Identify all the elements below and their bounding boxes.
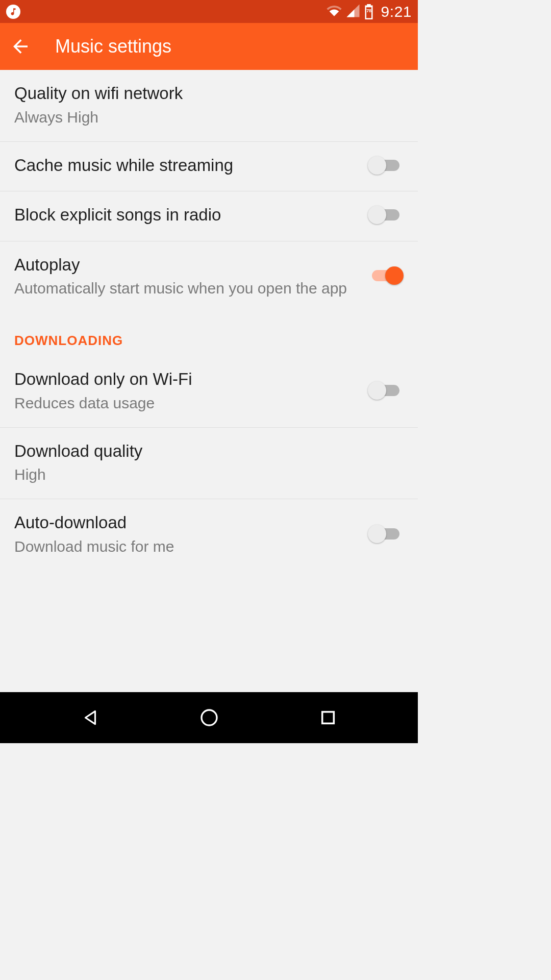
music-app-icon [6, 5, 20, 19]
setting-autoplay[interactable]: Autoplay Automatically start music when … [0, 241, 418, 313]
cell-signal-icon [345, 3, 361, 20]
setting-title: Cache music while streaming [14, 154, 358, 177]
setting-title: Download only on Wi-Fi [14, 368, 358, 391]
setting-download-wifi-only[interactable]: Download only on Wi-Fi Reduces data usag… [0, 356, 418, 428]
setting-download-quality[interactable]: Download quality High [0, 428, 418, 500]
setting-auto-download[interactable]: Auto-download Download music for me [0, 499, 418, 571]
setting-block-explicit[interactable]: Block explicit songs in radio [0, 191, 418, 241]
setting-subtitle: Download music for me [14, 536, 358, 556]
svg-rect-3 [322, 712, 334, 724]
setting-quality-wifi[interactable]: Quality on wifi network Always High [0, 70, 418, 142]
toggle-block-explicit[interactable] [368, 205, 404, 225]
wifi-icon [326, 3, 342, 21]
setting-subtitle: Automatically start music when you open … [14, 278, 358, 298]
setting-title: Auto-download [14, 511, 358, 534]
page-title: Music settings [55, 36, 171, 57]
setting-title: Block explicit songs in radio [14, 204, 358, 227]
battery-icon: 78 [364, 4, 374, 19]
svg-point-2 [202, 710, 217, 725]
nav-recent-button[interactable] [316, 705, 340, 730]
status-clock: 9:21 [381, 3, 412, 20]
setting-title: Quality on wifi network [14, 82, 393, 105]
section-header-downloading: DOWNLOADING [0, 312, 418, 356]
toggle-auto-download[interactable] [368, 524, 404, 544]
setting-title: Download quality [14, 440, 393, 463]
setting-title: Autoplay [14, 254, 358, 277]
toggle-cache-streaming[interactable] [368, 156, 404, 175]
status-bar: 78 9:21 [0, 0, 418, 23]
setting-value: High [14, 464, 393, 484]
settings-list: Quality on wifi network Always High Cach… [0, 70, 418, 692]
nav-home-button[interactable] [197, 705, 221, 730]
app-bar: Music settings [0, 23, 418, 70]
setting-value: Always High [14, 107, 393, 127]
system-nav-bar [0, 692, 418, 743]
back-button[interactable] [5, 31, 36, 62]
nav-back-button[interactable] [78, 705, 103, 730]
svg-text:78: 78 [366, 8, 371, 13]
setting-subtitle: Reduces data usage [14, 393, 358, 413]
toggle-download-wifi-only[interactable] [368, 381, 404, 400]
setting-cache-streaming[interactable]: Cache music while streaming [0, 142, 418, 192]
toggle-autoplay[interactable] [368, 266, 404, 285]
